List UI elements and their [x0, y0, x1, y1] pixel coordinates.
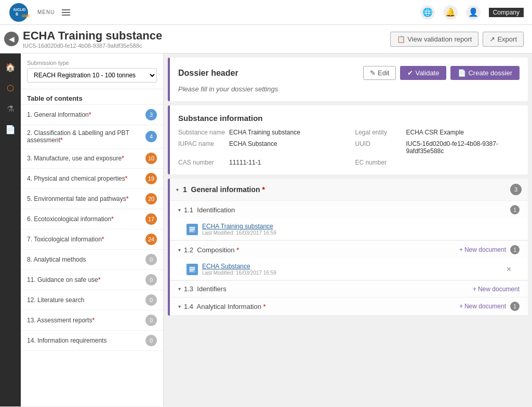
subsection-1-2-chevron: ▾ — [178, 247, 181, 253]
toc-item-12[interactable]: 12. Literature search 0 — [21, 290, 163, 310]
header-right: 🌐 🔔 👤 Company — [420, 5, 524, 20]
edit-button[interactable]: ✎ Edit — [363, 66, 396, 80]
create-dossier-button[interactable]: 📄 Create dossier — [450, 66, 520, 80]
svg-rect-9 — [190, 267, 195, 268]
bell-icon[interactable]: 🔔 — [443, 5, 458, 20]
doc-name-echa-substance[interactable]: ECHA Substance — [202, 263, 502, 270]
new-doc-1-4-button[interactable]: + New document — [459, 303, 506, 310]
doc-icon — [187, 224, 198, 235]
doc-row-echa-substance: ECHA Substance Last Modified: 16/03/2017… — [170, 259, 528, 280]
svg-rect-5 — [190, 227, 195, 228]
subsection-1-1-title: 1.1 Identification — [184, 206, 235, 214]
general-info-section: ▾ 1 General information * 3 ▾ 1.1 Identi… — [168, 179, 528, 316]
plus-icon-2: + — [473, 286, 476, 293]
subsection-1-1-header[interactable]: ▾ 1.1 Identification 1 — [170, 201, 528, 219]
submission-type-label: Submission type — [27, 60, 157, 66]
uuid-label: UUID — [355, 140, 402, 147]
toc-item-8[interactable]: 8. Analytical methods 0 — [21, 250, 163, 270]
subsection-1-3-header[interactable]: ▾ 1.3 Identifiers + New document — [170, 281, 528, 297]
user-icon[interactable]: 👤 — [466, 5, 481, 20]
toc-item-2[interactable]: 2. Classification & Labelling and PBT as… — [21, 125, 163, 148]
subsection-1-4: ▾ 1.4 Analytical Information * + New doc… — [170, 297, 528, 316]
cas-label: CAS number — [178, 159, 225, 166]
create-icon: 📄 — [458, 69, 466, 77]
substance-info-title: Substance information — [178, 114, 520, 123]
svg-text:6: 6 — [16, 11, 18, 17]
toc-item-6-badge: 17 — [145, 213, 157, 225]
substance-grid: Substance name ECHA Training substance L… — [178, 129, 520, 166]
toc-item-8-label: 8. Analytical methods — [27, 256, 145, 263]
toc-item-1-badge: 3 — [145, 109, 157, 120]
validate-icon: ✔ — [407, 69, 413, 77]
toc-item-6[interactable]: 6. Ecotoxicological information* 17 — [21, 209, 163, 229]
svg-rect-11 — [190, 270, 193, 272]
section-1-header[interactable]: ▾ 1 General information * 3 — [170, 179, 528, 201]
section-1-chevron: ▾ — [176, 187, 179, 193]
toc-list: 1. General information* 3 2. Classificat… — [21, 105, 163, 351]
dossier-fill-message: Please fill in your dossier settings — [178, 85, 520, 93]
main-content: Dossier header ✎ Edit ✔ Validate 📄 Creat… — [164, 53, 532, 406]
section-1-badge: 3 — [510, 184, 522, 195]
main-layout: 🏠 ⬡ ⚗ 📄 Submission type REACH Registrati… — [0, 53, 532, 406]
toc-item-11[interactable]: 11. Guidance on safe use* 0 — [21, 270, 163, 290]
close-echa-substance-button[interactable]: × — [507, 265, 511, 274]
ec-field: EC number — [355, 159, 520, 166]
toc-item-5-label: 5. Environmental fate and pathways* — [27, 195, 145, 202]
iupac-value: ECHA Substance — [229, 140, 277, 147]
toc-item-11-label: 11. Guidance on safe use* — [27, 276, 145, 283]
menu-icon[interactable] — [62, 9, 70, 16]
toc-item-3[interactable]: 3. Manufacture, use and exposure* 10 — [21, 148, 163, 169]
dossier-header-actions: ✎ Edit ✔ Validate 📄 Create dossier — [363, 66, 520, 80]
toc-item-12-badge: 0 — [145, 294, 157, 306]
toc-item-14[interactable]: 14. Information requirements 0 — [21, 331, 163, 351]
validate-report-icon: 📋 — [397, 35, 405, 43]
toc-item-1[interactable]: 1. General information* 3 — [21, 105, 163, 125]
svg-text:SME: SME — [22, 14, 30, 18]
doc-name-training-substance[interactable]: ECHA Training substance — [202, 223, 511, 230]
svg-rect-10 — [190, 269, 195, 270]
home-icon[interactable]: 🏠 — [1, 58, 20, 76]
section-1-header-left: ▾ 1 General information * — [176, 185, 510, 194]
ec-label: EC number — [355, 159, 402, 166]
menu-label[interactable]: MENU — [37, 9, 55, 15]
toc-item-14-label: 14. Information requirements — [27, 337, 145, 344]
globe-icon[interactable]: 🌐 — [420, 5, 435, 20]
new-doc-1-2-button[interactable]: + New document — [459, 246, 506, 253]
toc-item-2-label: 2. Classification & Labelling and PBT as… — [27, 129, 145, 144]
substance-icon[interactable]: ⬡ — [1, 78, 20, 97]
export-button[interactable]: ↗ Export — [483, 32, 524, 47]
subsection-1-4-chevron: ▾ — [178, 304, 181, 309]
page-uuid: IUC5-16d020d0-fe12-4b08-9387-9afdf35e588… — [23, 43, 162, 49]
back-button[interactable]: ◀ — [4, 32, 19, 46]
subsection-1-4-header[interactable]: ▾ 1.4 Analytical Information * + New doc… — [170, 297, 528, 315]
toc-item-5[interactable]: 5. Environmental fate and pathways* 20 — [21, 189, 163, 209]
toc-item-7[interactable]: 7. Toxicological information* 24 — [21, 229, 163, 250]
dossier-icon[interactable]: 📄 — [1, 120, 20, 139]
toc-header: Table of contents — [21, 89, 163, 105]
mixture-icon[interactable]: ⚗ — [1, 99, 20, 118]
toc-item-7-badge: 24 — [145, 234, 157, 245]
toc-item-4[interactable]: 4. Physical and chemical properties* 19 — [21, 169, 163, 189]
subsection-1-2-header[interactable]: ▾ 1.2 Composition * + New document 1 — [170, 241, 528, 259]
new-doc-1-3-button[interactable]: + New document — [473, 286, 520, 293]
doc-info-echa-substance: ECHA Substance Last Modified: 16/03/2017… — [202, 263, 502, 276]
toc-item-4-label: 4. Physical and chemical properties* — [27, 175, 145, 182]
submission-type-select[interactable]: REACH Registration 10 - 100 tonnes — [27, 68, 157, 83]
view-validation-button[interactable]: 📋 View validation report — [390, 32, 478, 47]
cas-value: 11111-11-1 — [229, 159, 261, 166]
toc-item-14-badge: 0 — [145, 335, 157, 346]
subsection-1-1-badge: 1 — [510, 205, 520, 214]
toc-item-13[interactable]: 13. Assessment reports* 0 — [21, 310, 163, 331]
toc-item-3-badge: 10 — [145, 153, 157, 164]
subsection-1-3: ▾ 1.3 Identifiers + New document — [170, 281, 528, 297]
toc-item-7-label: 7. Toxicological information* — [27, 236, 145, 243]
toc-item-1-label: 1. General information* — [27, 111, 145, 118]
subsection-1-4-badge: 1 — [510, 302, 520, 311]
validate-button[interactable]: ✔ Validate — [400, 66, 446, 80]
toc-item-2-badge: 4 — [145, 131, 157, 142]
page-title: ECHA Training substance — [23, 29, 162, 43]
subsection-1-4-title: 1.4 Analytical Information * — [184, 303, 266, 310]
svg-rect-7 — [190, 230, 193, 232]
doc-info-training-substance: ECHA Training substance Last Modified: 1… — [202, 223, 511, 236]
page-title-bar: ◀ ECHA Training substance IUC5-16d020d0-… — [0, 25, 532, 53]
